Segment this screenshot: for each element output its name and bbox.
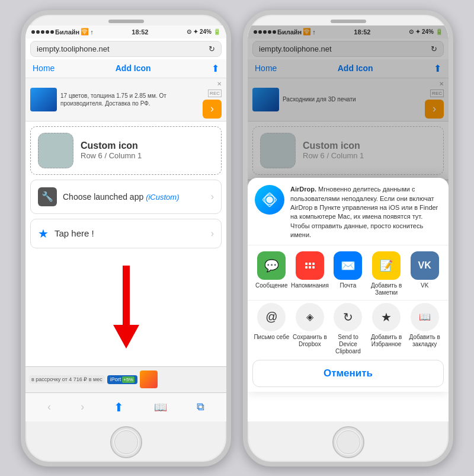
- choose-app-sub: (iCustom): [146, 193, 179, 202]
- notes-icon: 📝: [372, 251, 401, 280]
- bookmarks-button[interactable]: 📖: [149, 398, 172, 416]
- share-app-vk[interactable]: VK VK: [405, 251, 444, 296]
- share-app-mail[interactable]: ✉️ Почта: [329, 251, 367, 296]
- arrow-area: [25, 248, 226, 366]
- bottom-ad-bar: в рассрочку от 4 716 ₽ в мес iPort +5%: [25, 366, 226, 392]
- custom-icon-thumb: [38, 133, 73, 168]
- bookmark-icon: 📖: [411, 303, 439, 331]
- airdrop-svg: [261, 191, 278, 208]
- location-icon: ⊙: [187, 28, 191, 35]
- star-icon: ★: [38, 226, 49, 241]
- mail-self-icon: @: [257, 303, 286, 331]
- choose-app-row[interactable]: 🔧 Choose launched app (iCustom) ›: [30, 180, 222, 214]
- send-device-label: Send to Device Clipboard: [329, 334, 367, 355]
- share-action-send-device[interactable]: ↻ Send to Device Clipboard: [329, 303, 367, 355]
- carrier: Билайн: [55, 28, 79, 36]
- tap-here-row[interactable]: ★ Tap here ! ›: [30, 219, 222, 248]
- iport-badge: +5%: [122, 376, 134, 383]
- mail-self-label: Письмо себе: [254, 334, 289, 341]
- mail-icon: ✉️: [334, 251, 362, 280]
- time: 18:52: [132, 28, 148, 36]
- share-app-reminders[interactable]: Напоминания: [291, 251, 329, 296]
- safari-toolbar: ‹ › ⬆ 📖 ⧉: [25, 392, 226, 421]
- airdrop-description: Мгновенно делитесь данными с пользовател…: [290, 186, 438, 238]
- messages-icon: 💬: [257, 251, 286, 280]
- arrow-shaft: [123, 266, 130, 325]
- right-speaker: [331, 20, 366, 23]
- airdrop-icon: [255, 185, 284, 215]
- airdrop-title: AirDrop.: [290, 186, 316, 193]
- share-app-notes[interactable]: 📝 Добавить в Заметки: [367, 251, 406, 296]
- ad-rec: REC: [208, 90, 222, 97]
- dropbox-icon: ◈: [296, 303, 324, 331]
- send-device-icon: ↻: [334, 303, 362, 331]
- share-action-dropbox[interactable]: ◈ Сохранить в Dropbox: [291, 303, 329, 355]
- right-phone: Билайн 🛜 ↑ 18:52 ⊙ ✦ 24% 🔋 iempty.toolip…: [243, 10, 453, 467]
- ad-text: 17 цветов, толщина 1.75 и 2.85 мм. От пр…: [60, 92, 199, 107]
- share-app-messages[interactable]: 💬 Сообщение: [252, 251, 291, 296]
- forward-button[interactable]: ›: [76, 398, 89, 416]
- bottom-ad-img: [140, 370, 158, 388]
- custom-icon-title: Custom icon: [81, 140, 142, 151]
- arrow-head: [113, 325, 139, 349]
- mail-label: Почта: [340, 282, 357, 289]
- share-action-bookmark[interactable]: 📖 Добавить в закладку: [405, 303, 444, 355]
- battery-icon: 🔋: [213, 28, 220, 35]
- url-bar[interactable]: iempty.tooliphone.net ↻: [30, 41, 222, 57]
- custom-icon-subtitle: Row 6 / Column 1: [81, 151, 142, 160]
- status-bar: Билайн 🛜 ↑ 18:52 ⊙ ✦ 24% 🔋: [25, 25, 226, 39]
- url-text: iempty.tooliphone.net: [37, 44, 110, 53]
- chevron-icon: ›: [211, 191, 214, 202]
- share-actions-row: @ Письмо себе ◈ Сохранить в Dropbox ↻ Se…: [248, 300, 449, 360]
- bt-icon: ✦: [193, 28, 198, 35]
- ad-image: [30, 88, 57, 111]
- wrench-icon: 🔧: [38, 187, 57, 206]
- reminders-label: Напоминания: [291, 282, 329, 289]
- tap-here-chevron: ›: [211, 228, 214, 239]
- vk-icon: VK: [411, 251, 439, 280]
- right-home-button[interactable]: [332, 426, 364, 458]
- share-sheet: AirDrop. Мгновенно делитесь данными с по…: [248, 178, 449, 391]
- svg-point-0: [266, 196, 273, 203]
- left-screen: Билайн 🛜 ↑ 18:52 ⊙ ✦ 24% 🔋 iempty.toolip…: [25, 25, 226, 421]
- ad-arrow: ›: [203, 100, 222, 119]
- share-apps-row: 💬 Сообщение: [248, 245, 449, 300]
- battery-text: 24%: [200, 28, 212, 35]
- choose-app-label: Choose launched app: [63, 192, 143, 202]
- share-action-mail-self[interactable]: @ Письмо себе: [252, 303, 291, 355]
- wifi-icon: 🛜: [81, 28, 89, 36]
- iport-btn[interactable]: iPort +5%: [107, 375, 137, 384]
- airdrop-section: AirDrop. Мгновенно делитесь данными с по…: [248, 178, 449, 245]
- home-link[interactable]: Home: [33, 63, 55, 73]
- nav-bar: Home Add Icon ⬆: [25, 59, 226, 78]
- favorites-icon: ★: [372, 303, 401, 331]
- left-phone: Билайн 🛜 ↑ 18:52 ⊙ ✦ 24% 🔋 iempty.toolip…: [21, 10, 231, 467]
- add-icon-link[interactable]: Add Icon: [116, 63, 151, 73]
- messages-label: Сообщение: [255, 282, 287, 289]
- bottom-ad-text: в рассрочку от 4 716 ₽ в мес: [29, 375, 105, 384]
- home-button[interactable]: [110, 426, 142, 458]
- ad-close-btn[interactable]: ✕: [217, 81, 222, 87]
- back-button[interactable]: ‹: [43, 398, 56, 416]
- cancel-button[interactable]: Отменить: [252, 360, 444, 387]
- vk-label: VK: [421, 282, 428, 289]
- speaker: [108, 20, 144, 23]
- share-button[interactable]: ⬆: [109, 398, 129, 417]
- ad-banner: 17 цветов, толщина 1.75 и 2.85 мм. От пр…: [25, 78, 226, 122]
- signal-icon: [31, 30, 54, 34]
- dropbox-label: Сохранить в Dropbox: [291, 334, 329, 348]
- reload-icon[interactable]: ↻: [209, 44, 215, 53]
- direction-icon: ↑: [90, 28, 94, 36]
- share-icon[interactable]: ⬆: [212, 63, 219, 74]
- bookmark-label: Добавить в закладку: [405, 334, 444, 348]
- favorites-label: Добавить в Избранное: [367, 334, 406, 348]
- custom-icon-block: Custom icon Row 6 / Column 1: [30, 126, 222, 175]
- tabs-button[interactable]: ⧉: [192, 398, 209, 416]
- share-action-favorites[interactable]: ★ Добавить в Избранное: [367, 303, 406, 355]
- reminders-icon: [296, 251, 324, 280]
- notes-label: Добавить в Заметки: [367, 282, 406, 296]
- tap-here-text: Tap here !: [55, 228, 205, 238]
- right-screen: Билайн 🛜 ↑ 18:52 ⊙ ✦ 24% 🔋 iempty.toolip…: [248, 25, 449, 421]
